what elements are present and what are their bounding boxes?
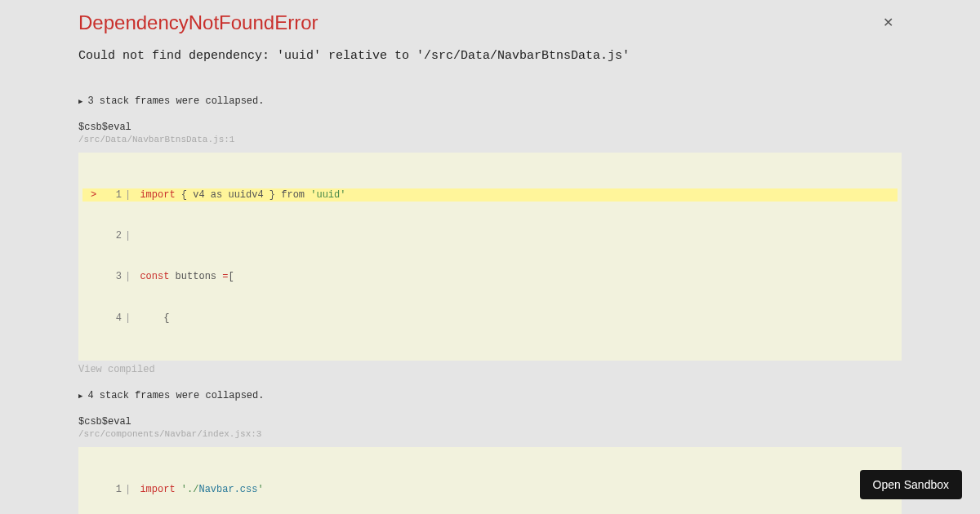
view-compiled-link[interactable]: View compiled — [78, 364, 902, 375]
eval-label: $csb$eval — [78, 122, 902, 133]
collapsed-frames-toggle[interactable]: 4 stack frames were collapsed. — [78, 390, 902, 401]
eval-label: $csb$eval — [78, 416, 902, 428]
code-block: >1| import { v4 as uuidv4 } from 'uuid' … — [78, 153, 902, 361]
file-path: /src/components/Navbar/index.jsx:3 — [78, 429, 902, 439]
error-message: Could not find dependency: 'uuid' relati… — [78, 49, 902, 63]
code-block: 1| import './Navbar.css' 2| import Butto… — [78, 447, 902, 514]
file-path: /src/Data/NavbarBtnsData.js:1 — [78, 135, 902, 144]
error-title: DependencyNotFoundError — [78, 11, 902, 34]
open-sandbox-button[interactable]: Open Sandbox — [860, 470, 962, 499]
close-icon[interactable]: ✕ — [883, 15, 893, 30]
collapsed-frames-toggle[interactable]: 3 stack frames were collapsed. — [78, 95, 902, 107]
